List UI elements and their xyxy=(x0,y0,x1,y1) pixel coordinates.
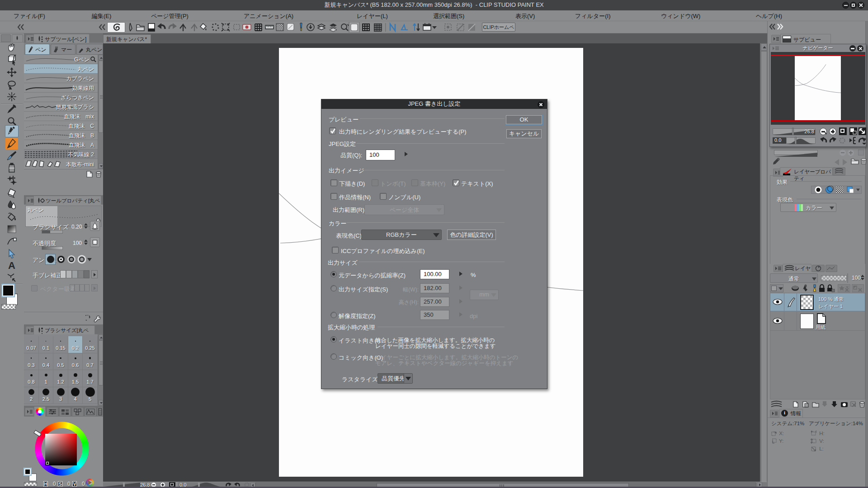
svg-text:A: A xyxy=(8,260,15,271)
